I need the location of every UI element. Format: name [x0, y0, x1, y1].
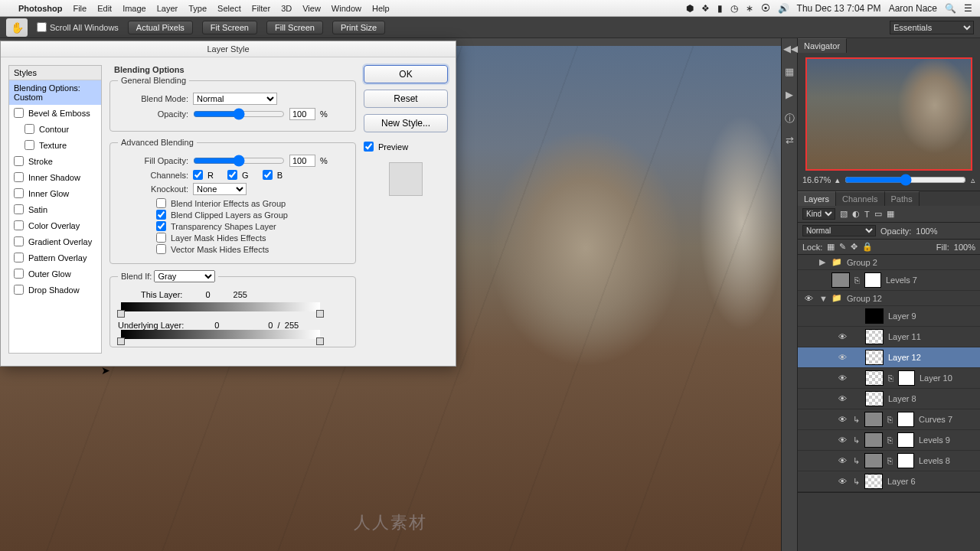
lock-all-icon[interactable]: 🔒 [862, 242, 873, 252]
style-gradient-overlay[interactable]: Gradient Overlay [9, 233, 101, 249]
mask-thumbnail[interactable] [897, 453, 914, 468]
menu-type[interactable]: Type [188, 4, 207, 13]
layer-row[interactable]: 👁Layer 12 [798, 347, 980, 368]
cb-transparency[interactable] [156, 221, 166, 231]
style-color-overlay[interactable]: Color Overlay [9, 217, 101, 233]
menu-view[interactable]: View [302, 4, 321, 13]
blend-if-select[interactable]: Gray [154, 270, 215, 282]
layer-name[interactable]: Layer 6 [887, 477, 916, 486]
channel-b-checkbox[interactable] [263, 170, 273, 180]
menu-3d[interactable]: 3D [281, 4, 292, 13]
link-icon[interactable]: ⎘ [854, 276, 860, 285]
layer-row[interactable]: 👁↳Layer 6 [798, 471, 980, 492]
filter-type-icon[interactable]: T [864, 210, 870, 219]
layer-thumbnail[interactable] [864, 432, 883, 448]
workspace-select[interactable]: Essentials [890, 21, 974, 34]
navigator-tab[interactable]: Navigator [798, 38, 847, 53]
actual-pixels-button[interactable]: Actual Pixels [128, 21, 193, 34]
menu-select[interactable]: Select [217, 4, 241, 13]
filter-shape-icon[interactable]: ▭ [874, 209, 882, 219]
layer-name[interactable]: Levels 7 [886, 276, 917, 285]
layers-list[interactable]: ▶📁Group 2⎘Levels 7👁▼📁Group 12Layer 9👁Lay… [798, 255, 980, 492]
menu-filter[interactable]: Filter [252, 4, 270, 13]
filter-pixel-icon[interactable]: ▧ [840, 209, 848, 219]
opacity-slider[interactable] [193, 108, 285, 120]
layer-row[interactable]: 👁Layer 8 [798, 389, 980, 409]
visibility-toggle[interactable]: 👁 [836, 353, 848, 362]
cb-layermask[interactable] [156, 233, 166, 243]
layer-row[interactable]: 👁↳⎘Curves 7 [798, 409, 980, 430]
layer-thumbnail[interactable] [865, 370, 884, 386]
link-icon[interactable]: ⎘ [888, 373, 893, 383]
battery-icon[interactable]: ▮ [717, 3, 723, 14]
style-bevel[interactable]: Bevel & Emboss [9, 105, 101, 121]
layer-opacity-value[interactable]: 100% [916, 227, 937, 236]
channel-g-checkbox[interactable] [227, 170, 237, 180]
menu-help[interactable]: Help [372, 4, 390, 13]
adjustments-icon[interactable]: ⇄ [783, 135, 795, 147]
layer-row[interactable]: 👁⎘Layer 10 [798, 368, 980, 389]
layer-thumbnail[interactable] [864, 474, 883, 489]
navigator-zoom-slider[interactable] [844, 174, 966, 186]
fill-screen-button[interactable]: Fill Screen [266, 21, 323, 34]
layer-name[interactable]: Group 2 [847, 258, 877, 267]
filter-adjust-icon[interactable]: ◐ [852, 209, 860, 219]
layer-name[interactable]: Layer 12 [888, 353, 921, 362]
layer-thumbnail[interactable] [864, 453, 883, 468]
history-icon[interactable]: ▦ [783, 66, 795, 78]
clock[interactable]: Thu Dec 13 7:04 PM [797, 3, 881, 14]
paths-tab[interactable]: Paths [885, 191, 920, 206]
styles-blending-options[interactable]: Blending Options: Custom [9, 80, 101, 105]
layer-row[interactable]: Layer 9 [798, 306, 980, 327]
knockout-select[interactable]: None [193, 183, 247, 195]
style-contour[interactable]: Contour [9, 121, 101, 137]
menu-file[interactable]: File [73, 4, 87, 13]
styles-head[interactable]: Styles [9, 66, 101, 80]
scroll-all-checkbox[interactable]: Scroll All Windows [37, 22, 119, 32]
this-hi-handle[interactable] [316, 310, 324, 318]
style-stroke[interactable]: Stroke [9, 153, 101, 169]
mask-thumbnail[interactable] [897, 432, 914, 448]
fill-opacity-slider[interactable] [193, 155, 285, 167]
filter-smart-icon[interactable]: ▦ [887, 209, 894, 219]
layer-name[interactable]: Group 12 [847, 294, 882, 303]
layer-thumbnail[interactable] [865, 391, 884, 406]
layer-name[interactable]: Layer 10 [920, 373, 952, 383]
visibility-toggle[interactable]: 👁 [836, 332, 848, 341]
visibility-toggle[interactable]: 👁 [836, 394, 848, 403]
visibility-toggle[interactable]: 👁 [802, 294, 815, 303]
layer-name[interactable]: Levels 9 [919, 435, 950, 445]
layer-name[interactable]: Layer 9 [888, 311, 916, 321]
layer-row[interactable]: 👁▼📁Group 12 [798, 291, 980, 306]
layer-thumbnail[interactable] [865, 329, 884, 344]
wifi-icon[interactable]: ⦿ [761, 3, 770, 14]
style-inner-glow[interactable]: Inner Glow [9, 185, 101, 201]
cb-interior[interactable] [156, 198, 166, 208]
reset-button[interactable]: Reset [364, 90, 448, 108]
underlying-gradient[interactable] [121, 330, 320, 339]
under-lo-handle[interactable] [117, 337, 125, 345]
fill-value[interactable]: 100% [954, 243, 975, 252]
hand-tool-icon[interactable]: ✋ [6, 18, 28, 37]
this-lo-handle[interactable] [117, 310, 125, 318]
lock-trans-icon[interactable]: ▦ [827, 242, 835, 252]
spotlight-icon[interactable]: 🔍 [945, 3, 956, 14]
expand-icon[interactable]: ▶ [819, 257, 827, 267]
zoom-in-icon[interactable]: ▵ [971, 175, 975, 185]
visibility-toggle[interactable]: 👁 [836, 456, 848, 465]
opacity-field[interactable] [289, 108, 315, 120]
layer-row[interactable]: ⎘Levels 7 [798, 270, 980, 291]
under-hi-handle[interactable] [316, 337, 324, 345]
mask-thumbnail[interactable] [864, 272, 881, 288]
fit-screen-button[interactable]: Fit Screen [202, 21, 257, 34]
cb-clipped[interactable] [156, 210, 166, 220]
zoom-out-icon[interactable]: ▴ [835, 175, 840, 185]
link-icon[interactable]: ⎘ [887, 435, 893, 445]
menu-layer[interactable]: Layer [157, 4, 178, 13]
link-icon[interactable]: ⎘ [887, 456, 893, 465]
style-inner-shadow[interactable]: Inner Shadow [9, 169, 101, 185]
layer-thumbnail[interactable] [865, 350, 884, 365]
layer-name[interactable]: Layer 8 [888, 394, 916, 403]
timemachine-icon[interactable]: ◷ [730, 3, 738, 14]
layer-name[interactable]: Levels 8 [919, 456, 950, 465]
